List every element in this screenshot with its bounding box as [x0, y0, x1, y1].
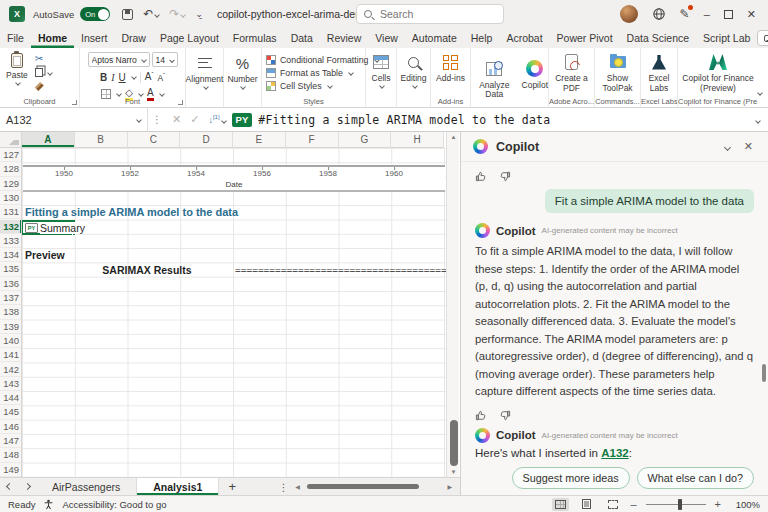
thumbs-down-icon[interactable] [498, 170, 511, 183]
column-header-f[interactable]: F [286, 132, 339, 148]
column-header-d[interactable]: D [180, 132, 233, 148]
scroll-down-icon[interactable]: ▼ [447, 469, 460, 475]
cell-a134[interactable]: Preview [25, 249, 65, 261]
name-box[interactable]: A132 [0, 108, 148, 131]
row-header-145[interactable]: 145 [0, 405, 22, 419]
sheet-tab-analysis1[interactable]: Analysis1 [137, 478, 219, 495]
row-header-141[interactable]: 141 [0, 348, 22, 362]
cell-reference-link[interactable]: A132 [601, 447, 629, 459]
copy-button[interactable] [35, 66, 52, 79]
tab-script-lab[interactable]: Script Lab [696, 29, 757, 48]
row-header-138[interactable]: 138 [0, 305, 22, 319]
format-as-table-button[interactable]: Format as Table [266, 66, 353, 79]
accessibility-status[interactable]: Accessibility: Good to go [62, 499, 166, 510]
zoom-in-icon[interactable]: + [715, 498, 721, 510]
analyze-data-button[interactable]: Analyze Data [471, 55, 518, 101]
column-header-c[interactable]: C [128, 132, 181, 148]
font-size-select[interactable]: 14 [152, 52, 178, 67]
row-header-139[interactable]: 139 [0, 320, 22, 334]
row-header-146[interactable]: 146 [0, 420, 22, 434]
editing-button[interactable]: Editing [401, 48, 427, 94]
horizontal-scrollbar[interactable] [303, 484, 444, 490]
column-header-e[interactable]: E [233, 132, 286, 148]
tab-review[interactable]: Review [320, 29, 368, 48]
create-pdf-button[interactable]: Create a PDF [549, 48, 594, 94]
row-header-132[interactable]: 132 [0, 220, 22, 234]
tab-help[interactable]: Help [464, 29, 500, 48]
sheet-options-icon[interactable]: ⋮ [273, 478, 293, 495]
excel-app-icon[interactable]: X [9, 6, 25, 22]
horizontal-scroll-thumb[interactable] [307, 484, 419, 489]
close-button[interactable]: ✕ [747, 8, 756, 21]
cell-c135[interactable]: SARIMAX Results [77, 264, 217, 276]
cell-styles-button[interactable]: Cell Styles [266, 79, 332, 92]
add-sheet-icon[interactable]: + [219, 478, 245, 495]
grow-font-button[interactable]: Aˆ [145, 71, 154, 82]
row-header-129[interactable]: 129 [0, 177, 22, 191]
tab-draw[interactable]: Draw [114, 29, 153, 48]
page-break-view-button[interactable] [604, 498, 621, 511]
tab-file[interactable]: File [0, 29, 31, 48]
zoom-slider-thumb[interactable] [678, 499, 682, 510]
row-header-128[interactable]: 128 [0, 162, 22, 176]
tab-page-layout[interactable]: Page Layout [153, 29, 226, 48]
search-input[interactable] [378, 7, 496, 21]
column-header-g[interactable]: G [339, 132, 392, 148]
italic-button[interactable]: I [111, 72, 114, 83]
cut-button[interactable]: ✂ [35, 52, 52, 65]
bold-button[interactable]: B [100, 72, 107, 83]
row-header-134[interactable]: 134 [0, 248, 22, 262]
row-header-131[interactable]: 131 [0, 205, 22, 219]
sheet-tab-airpassengers[interactable]: AirPassengers [36, 478, 137, 495]
tab-power-pivot[interactable]: Power Pivot [550, 29, 620, 48]
redo-icon[interactable]: ↷ [169, 8, 185, 20]
thumbs-down-icon[interactable] [498, 409, 511, 422]
pen-icon[interactable]: ✎ [680, 7, 690, 21]
addins-button[interactable]: Add-ins [436, 48, 465, 94]
tab-insert[interactable]: Insert [74, 29, 114, 48]
number-button[interactable]: % Number [227, 48, 257, 94]
cell-a132[interactable]: PY Summary [25, 222, 87, 234]
globe-icon[interactable] [652, 7, 666, 21]
embedded-chart-fragment[interactable]: 195019521954195619581960 Date [23, 165, 445, 192]
row-header-142[interactable]: 142 [0, 363, 22, 377]
cell-a131[interactable]: Fitting a simple ARIMA model to the data [25, 206, 238, 218]
row-header-147[interactable]: 147 [0, 434, 22, 448]
row-header-149[interactable]: 149 [0, 463, 22, 477]
restore-button[interactable] [724, 10, 733, 19]
copilot-button[interactable]: Copilot [522, 55, 548, 101]
zoom-slider[interactable] [646, 504, 706, 505]
tab-data-science[interactable]: Data Science [620, 29, 696, 48]
row-header-144[interactable]: 144 [0, 391, 22, 405]
column-header-a[interactable]: A [22, 132, 75, 148]
normal-view-button[interactable] [552, 498, 569, 511]
row-header-140[interactable]: 140 [0, 334, 22, 348]
alignment-button[interactable]: Alignment [186, 48, 224, 94]
save-icon[interactable] [122, 9, 133, 20]
clipboard-dialog-launcher[interactable] [72, 100, 77, 105]
thumbs-up-icon[interactable] [475, 170, 488, 183]
row-header-137[interactable]: 137 [0, 291, 22, 305]
row-header-130[interactable]: 130 [0, 191, 22, 205]
user-avatar[interactable] [620, 5, 638, 23]
select-all-corner[interactable] [0, 132, 22, 148]
row-header-143[interactable]: 143 [0, 377, 22, 391]
tab-view[interactable]: View [368, 29, 405, 48]
underline-button[interactable]: U [119, 72, 126, 83]
tab-home[interactable]: Home [31, 29, 74, 48]
zoom-level[interactable]: 100% [730, 499, 760, 510]
cancel-icon[interactable]: ✕ [172, 113, 181, 126]
panel-collapse-icon[interactable] [720, 141, 733, 153]
row-header-148[interactable]: 148 [0, 448, 22, 462]
font-dialog-launcher[interactable] [178, 100, 183, 105]
font-name-select[interactable]: Aptos Narrow [88, 52, 150, 67]
zoom-out-icon[interactable]: – [630, 498, 636, 510]
cells-area[interactable]: 195019521954195619581960 Date Fitting a … [22, 148, 446, 477]
quick-access-customize-icon[interactable]: ⌄̱ [195, 10, 203, 19]
scroll-up-icon[interactable]: ▲ [447, 134, 460, 140]
row-header-135[interactable]: 135 [0, 262, 22, 276]
tab-acrobat[interactable]: Acrobat [499, 29, 549, 48]
minimize-button[interactable]: – [704, 8, 710, 20]
paste-button[interactable]: Paste [6, 48, 28, 94]
vertical-scroll-thumb[interactable] [450, 420, 458, 466]
